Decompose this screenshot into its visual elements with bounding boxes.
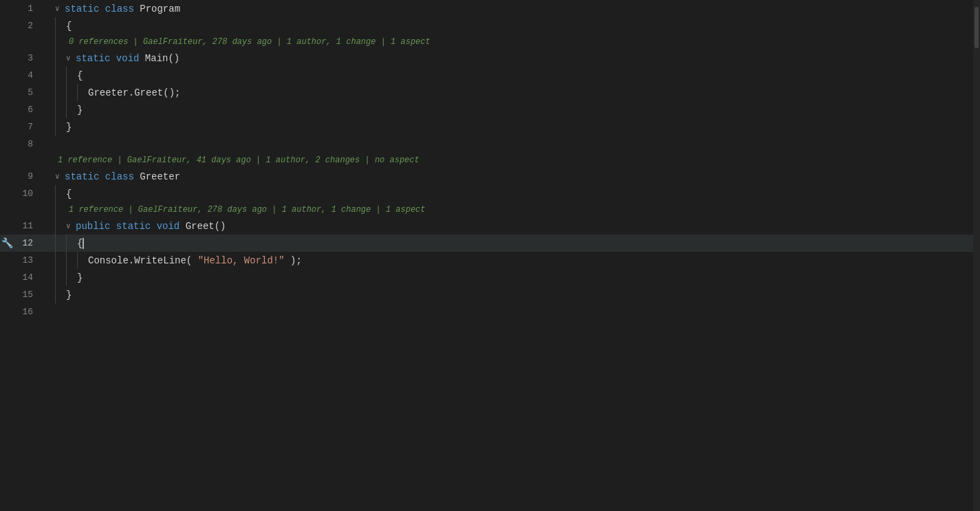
line-content[interactable]: ∨public static void Greet() <box>55 217 973 235</box>
code-line: 9∨static class Greeter <box>0 168 973 185</box>
token-plain: (); <box>163 87 180 98</box>
token-methodName: Main <box>145 53 168 64</box>
token-plain: () <box>215 221 226 232</box>
code-line: 6} <box>0 101 973 118</box>
indent-guide <box>55 185 66 202</box>
token-plain: } <box>77 272 83 283</box>
line-number: 12 <box>14 238 41 248</box>
token-methodName: Greet <box>186 221 215 232</box>
token-plain: } <box>66 290 72 301</box>
meta-info-line: 0 references | GaelFraiteur, 278 days ag… <box>0 34 973 50</box>
code-line: 14} <box>0 269 973 286</box>
code-line: 8 <box>0 135 973 153</box>
indent-guide <box>66 84 77 101</box>
indent-guide <box>66 235 77 252</box>
meta-info-text: 1 reference | GaelFraiteur, 278 days ago… <box>69 205 425 215</box>
line-number: 11 <box>14 221 41 231</box>
line-content[interactable]: Greeter.Greet(); <box>55 84 973 101</box>
token-plain: } <box>66 122 72 133</box>
line-number: 10 <box>14 188 41 199</box>
line-content[interactable]: Console.WriteLine( "Hello, World!" ); <box>55 252 973 269</box>
code-line: 7} <box>0 118 973 135</box>
editor-container: 1∨static class Program2{0 references | G… <box>0 0 980 511</box>
token-plain <box>139 53 144 64</box>
token-methodName: Greet <box>134 87 163 98</box>
line-content[interactable]: ∨static class Program <box>55 3 973 14</box>
token-keyword: static <box>65 3 99 14</box>
token-plain: { <box>66 21 72 32</box>
code-line: 13Console.WriteLine( "Hello, World!" ); <box>0 252 973 269</box>
indent-guide <box>55 200 66 217</box>
token-plain: { <box>77 70 83 81</box>
code-line: 11∨public static void Greet() <box>0 217 973 235</box>
line-content[interactable]: { <box>55 67 973 84</box>
text-cursor <box>83 238 84 249</box>
token-plain <box>151 221 156 232</box>
code-line: 2{ <box>0 17 973 34</box>
line-content[interactable]: } <box>55 286 973 303</box>
code-line: 16 <box>0 303 973 320</box>
token-plain: ( <box>186 255 198 266</box>
token-plain: . <box>129 87 134 98</box>
token-string: "Hello, World!" <box>198 255 285 266</box>
indent-guide <box>55 252 66 269</box>
token-plain: . <box>129 255 134 266</box>
code-line: 4{ <box>0 67 973 84</box>
line-content[interactable]: { <box>55 17 973 34</box>
token-className: Program <box>140 3 180 14</box>
line-number: 4 <box>14 70 41 80</box>
meta-info-line: 1 reference | GaelFraiteur, 41 days ago … <box>0 153 973 168</box>
line-content[interactable]: } <box>55 118 973 135</box>
token-plain <box>134 171 140 182</box>
token-fold[interactable]: ∨ <box>55 4 63 13</box>
code-editor[interactable]: 1∨static class Program2{0 references | G… <box>0 0 973 511</box>
indent-guide <box>66 269 77 286</box>
line-content[interactable]: { <box>55 235 973 252</box>
line-number: 8 <box>14 139 41 149</box>
line-number: 2 <box>14 21 41 31</box>
indent-guide <box>55 101 66 118</box>
code-line: 15} <box>0 286 973 303</box>
meta-info-line: 1 reference | GaelFraiteur, 278 days ago… <box>0 202 973 217</box>
line-content[interactable]: ∨static class Greeter <box>55 171 973 182</box>
meta-info-text: 1 reference | GaelFraiteur, 41 days ago … <box>58 155 420 165</box>
token-keyword: static <box>65 171 99 182</box>
token-fold[interactable]: ∨ <box>66 221 74 230</box>
code-line: 1∨static class Program <box>0 0 973 17</box>
code-line: 🔧12{ <box>0 235 973 252</box>
scrollbar-thumb[interactable] <box>974 7 979 48</box>
token-plain: () <box>168 53 179 64</box>
token-methodName: WriteLine <box>134 255 186 266</box>
token-plain <box>110 53 116 64</box>
indent-guide <box>55 67 66 84</box>
token-keyword: class <box>105 171 134 182</box>
indent-guide <box>55 217 66 235</box>
token-fold[interactable]: ∨ <box>66 54 74 63</box>
line-number: 14 <box>14 272 41 283</box>
line-content[interactable]: } <box>55 101 973 118</box>
token-keyword: public <box>76 221 110 232</box>
indent-guide <box>66 67 77 84</box>
line-number: 9 <box>14 171 41 182</box>
code-line: 3∨static void Main() <box>0 50 973 67</box>
line-content[interactable]: { <box>55 185 973 202</box>
token-plain: { <box>77 238 83 249</box>
token-className: Greeter <box>88 87 129 98</box>
line-content[interactable]: ∨static void Main() <box>55 50 973 67</box>
token-fold[interactable]: ∨ <box>55 172 63 181</box>
line-content[interactable]: } <box>55 269 973 286</box>
line-number: 13 <box>14 255 41 265</box>
indent-guide <box>55 235 66 252</box>
indent-guide <box>66 252 77 269</box>
token-keyword: static <box>76 53 110 64</box>
token-plain <box>134 3 140 14</box>
indent-guide <box>55 50 66 67</box>
scrollbar[interactable] <box>973 0 980 511</box>
code-line: 5Greeter.Greet(); <box>0 84 973 101</box>
breakpoint-area: 🔧 <box>0 237 14 249</box>
indent-guide <box>66 101 77 118</box>
token-plain <box>179 221 185 232</box>
token-className: Greeter <box>140 171 180 182</box>
code-line: 10{ <box>0 185 973 202</box>
meta-info-text: 0 references | GaelFraiteur, 278 days ag… <box>69 37 431 47</box>
